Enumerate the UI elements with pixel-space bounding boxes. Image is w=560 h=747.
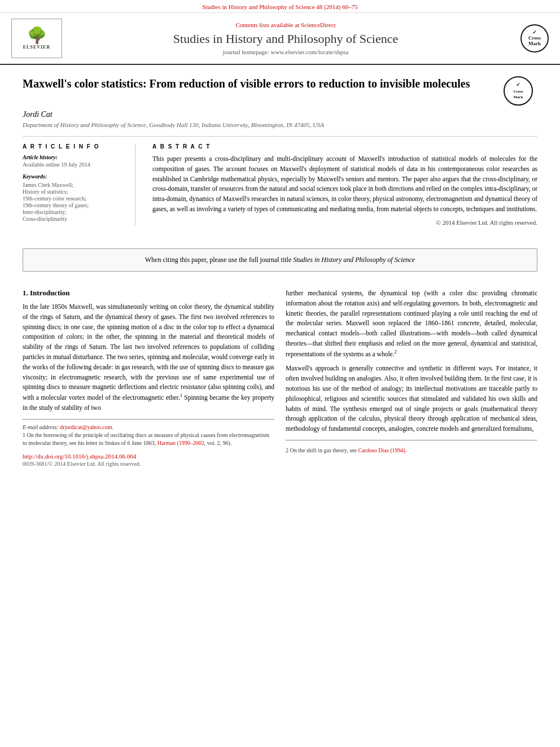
- article-history-value: Available online 19 July 2014: [23, 161, 124, 168]
- elsevier-tree-icon: 🌳: [27, 28, 47, 43]
- elsevier-logo: 🌳 ELSEVIER: [11, 19, 68, 58]
- footnote-divider-right: [286, 440, 537, 441]
- abstract-panel: A B S T R A C T This paper presents a cr…: [152, 143, 537, 226]
- crossmark-icon-text: ✓CrossMark: [513, 82, 523, 100]
- left-body-text-1-content: In the late 1850s Maxwell, was simultane…: [23, 303, 274, 401]
- keyword-6: Cross-disciplinarity: [23, 216, 124, 222]
- footnote-email-line: E-mail address: drjordicat@yahoo.com.: [23, 423, 274, 431]
- keywords-list: James Clerk Maxwell; History of statisti…: [23, 182, 124, 222]
- keyword-4: 19th-century theory of gases;: [23, 202, 124, 208]
- sciencedirect-line: Contents lists available at ScienceDirec…: [68, 21, 504, 28]
- right-body-text-2-content: Maxwell's approach is generally connecti…: [286, 365, 537, 432]
- issn-line: 0039-3681/© 2014 Elsevier Ltd. All right…: [23, 461, 274, 467]
- notice-box: When citing this paper, please use the f…: [23, 248, 537, 272]
- right-footnote-2-prefix: 2 On the shift in gas theory, see: [286, 447, 358, 453]
- article-info-panel: A R T I C L E I N F O Article history: A…: [23, 143, 135, 226]
- article-title-block: Maxwell's color statistics: From reducti…: [23, 76, 504, 98]
- right-footnote-2: 2 On the shift in gas theory, see Cardos…: [286, 447, 537, 455]
- abstract-text: This paper presents a cross-disciplinary…: [152, 154, 537, 215]
- journal-citation-bar: Studies in History and Philosophy of Sci…: [0, 0, 560, 13]
- journal-title-text: Studies in History and Philosophy of Sci…: [68, 32, 504, 46]
- abstract-copyright: © 2014 Elsevier Ltd. All rights reserved…: [152, 219, 537, 226]
- doi-link[interactable]: http://dx.doi.org/10.1016/j.shpsa.2014.0…: [23, 453, 136, 460]
- elsevier-logo-box: 🌳 ELSEVIER: [11, 19, 62, 58]
- article-author: Jordi Cat: [23, 110, 537, 119]
- header-divider: [23, 136, 537, 137]
- right-footnote-2-link[interactable]: Cardoso Dias (1994): [358, 447, 405, 453]
- keyword-1: James Clerk Maxwell;: [23, 182, 124, 188]
- keywords-label: Keywords:: [23, 173, 124, 180]
- journal-title-center: Contents lists available at ScienceDirec…: [68, 21, 504, 55]
- journal-header: 🌳 ELSEVIER Contents lists available at S…: [0, 13, 560, 65]
- title-crossmark-row: Maxwell's color statistics: From reducti…: [23, 76, 537, 106]
- footnote-email-link[interactable]: drjordicat@yahoo.com.: [60, 424, 113, 430]
- article-info-abstract-row: A R T I C L E I N F O Article history: A…: [23, 143, 537, 226]
- footnote-1-text: 1 On the borrowing of the principle of o…: [23, 431, 274, 447]
- article-title: Maxwell's color statistics: From reducti…: [23, 76, 492, 91]
- footnote-sup-2: 2: [395, 350, 397, 355]
- abstract-section-title: A B S T R A C T: [152, 143, 537, 150]
- sciencedirect-prefix: Contents lists available at: [235, 21, 299, 28]
- notice-journal-italic: Studies in History and Philosophy of Sci…: [293, 256, 415, 264]
- doi-line[interactable]: http://dx.doi.org/10.1016/j.shpsa.2014.0…: [23, 453, 274, 460]
- article-info-title: A R T I C L E I N F O: [23, 143, 124, 150]
- left-body-text-1: In the late 1850s Maxwell, was simultane…: [23, 302, 274, 413]
- footnote-divider-left: [23, 419, 274, 420]
- title-crossmark-icon[interactable]: ✓CrossMark: [504, 76, 537, 106]
- keyword-3: 19th-century color research;: [23, 195, 124, 202]
- elsevier-name-label: ELSEVIER: [23, 45, 50, 50]
- right-body-text-2: Maxwell's approach is generally connecti…: [286, 364, 537, 434]
- footnote-1-harman-link[interactable]: Harman (1990–2002: [158, 440, 204, 446]
- right-body-text-1: further mechanical systems, the dynamica…: [286, 289, 537, 360]
- two-col-body: 1. Introduction In the late 1850s Maxwel…: [0, 283, 560, 478]
- header-crossmark-area: ✓CrossMark: [504, 24, 549, 53]
- footnote-1-content: 1 On the borrowing of the principle of o…: [23, 432, 269, 446]
- crossmark-logo[interactable]: ✓CrossMark: [520, 24, 549, 53]
- right-body-text-1-content: further mechanical systems, the dynamica…: [286, 290, 537, 357]
- right-footnote-2-suffix: .: [405, 447, 407, 453]
- article-main: Maxwell's color statistics: From reducti…: [0, 65, 560, 237]
- right-column: further mechanical systems, the dynamica…: [286, 289, 537, 467]
- journal-homepage: journal homepage: www.elsevier.com/locat…: [68, 49, 504, 55]
- article-affiliation: Department of History and Philosophy of …: [23, 121, 537, 128]
- keyword-2: History of statistics;: [23, 189, 124, 195]
- article-history-label: Article history:: [23, 154, 124, 160]
- sciencedirect-link[interactable]: ScienceDirect: [301, 21, 336, 28]
- notice-text: When citing this paper, please use the f…: [145, 256, 291, 264]
- keyword-5: Inter-disciplinarity;: [23, 209, 124, 215]
- left-column: 1. Introduction In the late 1850s Maxwel…: [23, 289, 274, 467]
- section1-heading-text: 1. Introduction: [23, 289, 70, 297]
- journal-citation-text: Studies in History and Philosophy of Sci…: [202, 3, 357, 10]
- section1-heading: 1. Introduction: [23, 289, 274, 298]
- crossmark-inner-text: ✓CrossMark: [528, 30, 541, 47]
- footnote-1-suffix: , vol. 2, 96).: [204, 440, 232, 446]
- footnote-email-label: E-mail address:: [23, 424, 59, 430]
